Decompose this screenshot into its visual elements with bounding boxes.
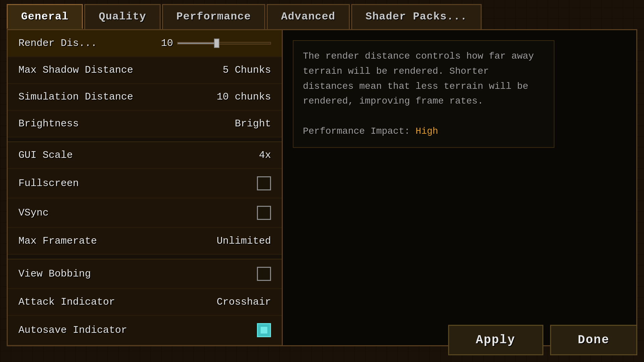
setting-brightness[interactable]: Brightness Bright: [8, 111, 282, 137]
render-distance-number: 10: [156, 38, 173, 49]
autosave-indicator-label: Autosave Indicator: [18, 324, 127, 336]
tab-performance[interactable]: Performance: [162, 4, 265, 29]
info-description: The render distance controls how far awa…: [303, 49, 544, 139]
apply-button[interactable]: Apply: [448, 325, 543, 355]
vsync-checkbox[interactable]: [257, 206, 271, 220]
separator-1: [8, 137, 282, 142]
info-panel: The render distance controls how far awa…: [283, 30, 636, 345]
content-area: Render Dis... 10 Max Shadow Distance 5 C…: [7, 29, 637, 346]
fullscreen-checkbox[interactable]: [257, 176, 271, 190]
done-button[interactable]: Done: [550, 325, 637, 355]
gui-scale-label: GUI Scale: [18, 149, 73, 161]
tab-shader-packs[interactable]: Shader Packs...: [351, 4, 482, 29]
autosave-indicator-checkbox[interactable]: [257, 323, 271, 337]
vsync-label: VSync: [18, 207, 49, 219]
brightness-label: Brightness: [18, 118, 79, 129]
max-framerate-label: Max Framerate: [18, 235, 97, 247]
settings-panel: Render Dis... 10 Max Shadow Distance 5 C…: [8, 30, 283, 345]
simulation-distance-label: Simulation Distance: [18, 91, 133, 103]
render-distance-label: Render Dis...: [18, 38, 97, 49]
simulation-distance-value: 10 chunks: [217, 91, 271, 103]
setting-fullscreen[interactable]: Fullscreen: [8, 169, 282, 198]
setting-vsync[interactable]: VSync: [8, 198, 282, 228]
setting-attack-indicator[interactable]: Attack Indicator Crosshair: [8, 289, 282, 316]
tab-quality[interactable]: Quality: [84, 4, 160, 29]
bottom-bar: Apply Done: [448, 325, 637, 355]
fullscreen-label: Fullscreen: [18, 178, 79, 189]
view-bobbing-label: View Bobbing: [18, 268, 91, 280]
tabs-container: General Quality Performance Advanced Sha…: [0, 0, 644, 29]
setting-gui-scale[interactable]: GUI Scale 4x: [8, 142, 282, 169]
max-shadow-distance-value: 5 Chunks: [223, 64, 271, 76]
setting-autosave-indicator[interactable]: Autosave Indicator: [8, 316, 282, 345]
max-framerate-value: Unlimited: [217, 235, 271, 247]
max-shadow-distance-label: Max Shadow Distance: [18, 64, 133, 76]
setting-view-bobbing[interactable]: View Bobbing: [8, 259, 282, 289]
performance-impact-label: Performance Impact:: [303, 126, 410, 136]
setting-max-shadow-distance[interactable]: Max Shadow Distance 5 Chunks: [8, 57, 282, 84]
performance-impact-value: High: [416, 126, 438, 136]
gui-scale-value: 4x: [259, 149, 271, 161]
render-distance-slider-thumb[interactable]: [214, 39, 219, 48]
setting-simulation-distance[interactable]: Simulation Distance 10 chunks: [8, 84, 282, 111]
brightness-value: Bright: [235, 118, 271, 129]
separator-2: [8, 255, 282, 259]
view-bobbing-checkbox[interactable]: [257, 267, 271, 281]
render-distance-value: 10: [156, 38, 271, 49]
settings-page: General Quality Performance Advanced Sha…: [0, 0, 644, 362]
tab-advanced[interactable]: Advanced: [267, 4, 350, 29]
render-distance-slider-track[interactable]: [177, 42, 271, 45]
info-box: The render distance controls how far awa…: [293, 40, 554, 148]
attack-indicator-value: Crosshair: [217, 296, 271, 308]
attack-indicator-label: Attack Indicator: [18, 296, 115, 308]
setting-render-distance[interactable]: Render Dis... 10: [8, 30, 282, 57]
setting-max-framerate[interactable]: Max Framerate Unlimited: [8, 228, 282, 255]
render-distance-slider-fill: [178, 43, 217, 44]
tab-general[interactable]: General: [7, 4, 83, 29]
